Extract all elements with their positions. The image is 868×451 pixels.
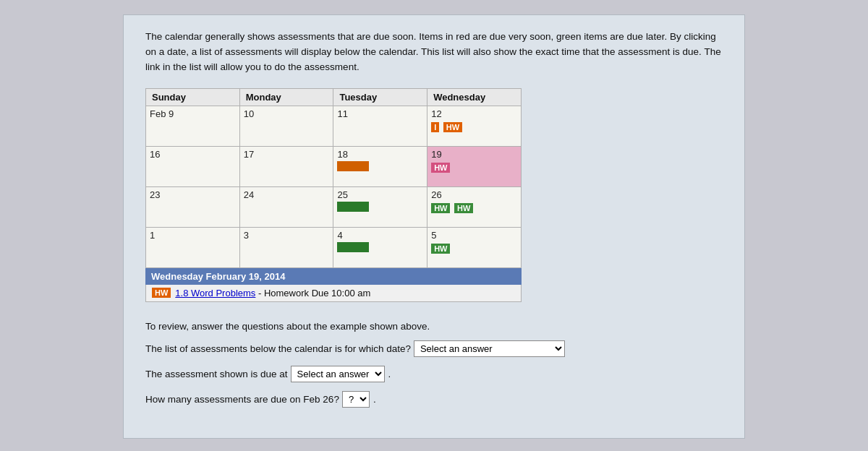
- hw-badge: HW: [431, 244, 450, 254]
- day-num: 25: [337, 189, 423, 200]
- review-text: To review, answer the questions about th…: [145, 321, 723, 332]
- q3-prefix: How many assessments are due on Feb 26?: [145, 394, 339, 405]
- cell-10[interactable]: 10: [239, 106, 333, 146]
- col-tuesday: Tuesday: [333, 88, 427, 106]
- cell-19[interactable]: 19 HW: [427, 146, 522, 186]
- day-num: 24: [244, 189, 330, 200]
- green-bar: [337, 202, 369, 212]
- day-num: 17: [244, 149, 330, 160]
- cell-24[interactable]: 24: [239, 186, 333, 227]
- day-num: 18: [337, 149, 423, 160]
- hw-entry: HW 1.8 Word Problems - Homework Due 10:0…: [145, 285, 522, 302]
- q1-dropdown[interactable]: Select an answer Wednesday February 19, …: [414, 340, 565, 357]
- question-2-row: The assessment shown is due at Select an…: [145, 366, 723, 382]
- orange-bar: [337, 161, 369, 171]
- col-monday: Monday: [239, 88, 333, 106]
- main-container: The calendar generally shows assessments…: [123, 14, 745, 439]
- day-num: 23: [150, 189, 236, 200]
- hw-badge: HW: [443, 122, 462, 132]
- cell-16[interactable]: 16: [146, 146, 240, 186]
- table-row: 16 17 18 19 HW: [146, 146, 522, 186]
- hw-badge: HW: [454, 203, 473, 213]
- q1-prefix: The list of assessments below the calend…: [145, 343, 411, 354]
- day-num: 11: [337, 108, 423, 119]
- hw-entry-suffix: - Homework Due 10:00 am: [258, 288, 370, 298]
- section-divider: [145, 312, 723, 321]
- day-num: Feb 9: [150, 108, 236, 119]
- hw-badge: HW: [431, 163, 450, 173]
- cell-17[interactable]: 17: [239, 146, 333, 186]
- cell-11[interactable]: 11: [333, 106, 427, 146]
- table-row: 1 3 4 5 HW: [146, 227, 522, 267]
- cell-1[interactable]: 1: [146, 227, 240, 267]
- day-num: 16: [150, 149, 236, 160]
- q3-dropdown[interactable]: ? 1 2 3: [342, 391, 370, 408]
- q2-prefix: The assessment shown is due at: [145, 369, 288, 379]
- hw-badge: I: [431, 122, 439, 132]
- calendar-table: Sunday Monday Tuesday Wednesday Feb 9 10: [145, 88, 522, 268]
- cell-18[interactable]: 18: [333, 146, 427, 186]
- question-3-row: How many assessments are due on Feb 26? …: [145, 391, 723, 408]
- intro-text: The calendar generally shows assessments…: [145, 30, 723, 75]
- cell-25[interactable]: 25: [333, 186, 427, 227]
- cell-3[interactable]: 3: [239, 227, 333, 267]
- hw-link[interactable]: 1.8 Word Problems: [175, 288, 255, 298]
- cell-5[interactable]: 5 HW: [427, 227, 522, 267]
- day-num: 10: [244, 108, 330, 119]
- day-num: 5: [431, 230, 517, 241]
- day-num: 19: [431, 149, 517, 160]
- day-num: 1: [150, 230, 236, 241]
- hw-entry-badge: HW: [152, 288, 171, 298]
- cell-23[interactable]: 23: [146, 186, 240, 227]
- col-wednesday: Wednesday: [427, 88, 522, 106]
- day-num: 12: [431, 108, 517, 119]
- q3-period: .: [373, 394, 376, 405]
- cell-26[interactable]: 26 HW HW: [427, 186, 522, 227]
- hw-badge: HW: [431, 203, 450, 213]
- green-bar: [337, 242, 369, 252]
- table-row: Feb 9 10 11 12 I HW: [146, 106, 522, 146]
- table-row: 23 24 25 26 HW HW: [146, 186, 522, 227]
- cell-4[interactable]: 4: [333, 227, 427, 267]
- question-1-row: The list of assessments below the calend…: [145, 340, 723, 357]
- cell-feb9[interactable]: Feb 9: [146, 106, 240, 146]
- q2-dropdown[interactable]: Select an answer 10:00 am 10:00 pm 12:00…: [291, 366, 385, 382]
- calendar-wrapper: Sunday Monday Tuesday Wednesday Feb 9 10: [145, 88, 723, 302]
- q2-period: .: [388, 369, 391, 379]
- hw-entry-text: 1.8 Word Problems - Homework Due 10:00 a…: [175, 288, 370, 298]
- day-num: 3: [244, 230, 330, 241]
- col-sunday: Sunday: [146, 88, 240, 106]
- info-bar: Wednesday February 19, 2014: [145, 268, 522, 285]
- day-num: 26: [431, 189, 517, 200]
- day-num: 4: [337, 230, 423, 241]
- cell-12[interactable]: 12 I HW: [427, 106, 522, 146]
